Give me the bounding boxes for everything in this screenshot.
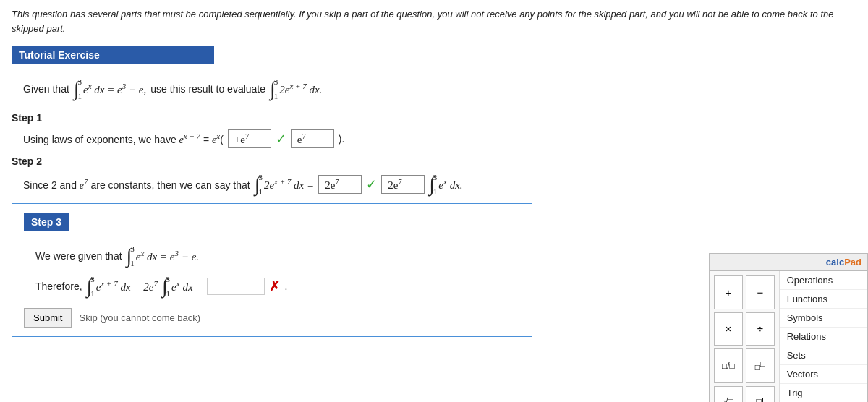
step3-therefore-row: Therefore, ∫ 3 1 ex + 7 dx = 2e7 ∫ 3 1 e…	[35, 275, 520, 298]
calcpad-title: calcPad	[710, 254, 867, 271]
step2-text: Since 2 and e7 are constants, then we ca…	[23, 177, 250, 192]
given-evaluate-label: use this result to evaluate	[150, 83, 265, 95]
sqrt-button[interactable]: √□	[714, 386, 743, 403]
given-integral: ∫ 3 1 ex dx = e3 − e,	[74, 77, 146, 100]
step1-label: Step 1	[12, 112, 856, 124]
step1-text: Using laws of exponents, we have ex + 7 …	[23, 132, 224, 146]
step3-answer-input[interactable]	[207, 278, 265, 295]
given-label: Given that	[23, 83, 69, 95]
step2-label: Step 2	[12, 155, 856, 167]
menu-item-trig[interactable]: Trig	[780, 384, 867, 402]
step2-answer-box: 2e7	[318, 175, 362, 194]
step1-preview-box: e7	[291, 129, 334, 148]
step3-error-icon: ✗	[269, 278, 280, 294]
step3-given-text: We were given that	[35, 250, 122, 262]
menu-item-operations[interactable]: Operations	[780, 271, 867, 290]
step1-close-paren: ).	[339, 133, 345, 145]
step3-given-row: We were given that ∫ 3 1 ex dx = e3 − e.	[35, 244, 520, 268]
tutorial-header: Tutorial Exercise	[12, 46, 214, 64]
step1-row: Using laws of exponents, we have ex + 7 …	[23, 129, 856, 148]
factorial-button[interactable]: □!	[746, 386, 775, 403]
step3-period: .	[284, 281, 287, 292]
step3-given-integral: ∫ 3 1 ex dx = e3 − e.	[127, 244, 199, 268]
plus-button[interactable]: +	[714, 275, 743, 309]
step2-rest-integral: ∫ 3 1 ex dx.	[429, 173, 462, 196]
submit-button[interactable]: Submit	[24, 308, 72, 328]
calcpad-left-buttons: + − × ÷ □/□ □□ √□ □!	[710, 271, 780, 402]
step3-box: Step 3 We were given that ∫ 3 1 ex dx = …	[12, 203, 532, 337]
calcpad-panel: calcPad + − × ÷ □/□ □□ √□ □! Operations …	[709, 253, 868, 402]
step3-label: Step 3	[24, 213, 69, 231]
step3-integral1: ∫ 3 1 ex + 7 dx = 2e7	[87, 275, 158, 298]
menu-item-relations[interactable]: Relations	[780, 328, 867, 346]
given-line: Given that ∫ 3 1 ex dx = e3 − e, use thi…	[23, 77, 856, 100]
calcpad-pad-text: Pad	[844, 257, 861, 268]
step3-therefore-text: Therefore,	[35, 281, 82, 292]
intro-text: This question has several parts that mus…	[0, 0, 868, 40]
step2-check-icon: ✓	[366, 176, 377, 192]
divide-button[interactable]: ÷	[746, 312, 775, 346]
times-button[interactable]: ×	[714, 312, 743, 346]
step3-integral2: ∫ 3 1 ex dx =	[162, 275, 203, 298]
evaluate-integral: ∫ 3 1 2ex + 7 dx.	[270, 77, 322, 100]
menu-item-symbols[interactable]: Symbols	[780, 309, 867, 328]
menu-item-sets[interactable]: Sets	[780, 346, 867, 365]
minus-button[interactable]: −	[746, 275, 775, 309]
calcpad-menu: Operations Functions Symbols Relations S…	[780, 271, 867, 402]
calcpad-calc-text: calc	[826, 257, 844, 268]
step1-answer-box: +e7	[228, 129, 271, 148]
step2-integral: ∫ 3 1 2ex + 7 dx =	[255, 173, 314, 196]
power-button[interactable]: □□	[746, 348, 775, 383]
fraction-button[interactable]: □/□	[714, 348, 743, 383]
step2-preview-box: 2e7	[381, 175, 425, 194]
menu-item-vectors[interactable]: Vectors	[780, 365, 867, 384]
step1-check-icon: ✓	[276, 131, 286, 147]
skip-link[interactable]: Skip (you cannot come back)	[79, 312, 200, 323]
submit-row: Submit Skip (you cannot come back)	[24, 308, 520, 328]
step2-row: Since 2 and e7 are constants, then we ca…	[23, 173, 856, 196]
menu-item-functions[interactable]: Functions	[780, 290, 867, 309]
calcpad-inner: + − × ÷ □/□ □□ √□ □! Operations Function…	[710, 271, 867, 402]
